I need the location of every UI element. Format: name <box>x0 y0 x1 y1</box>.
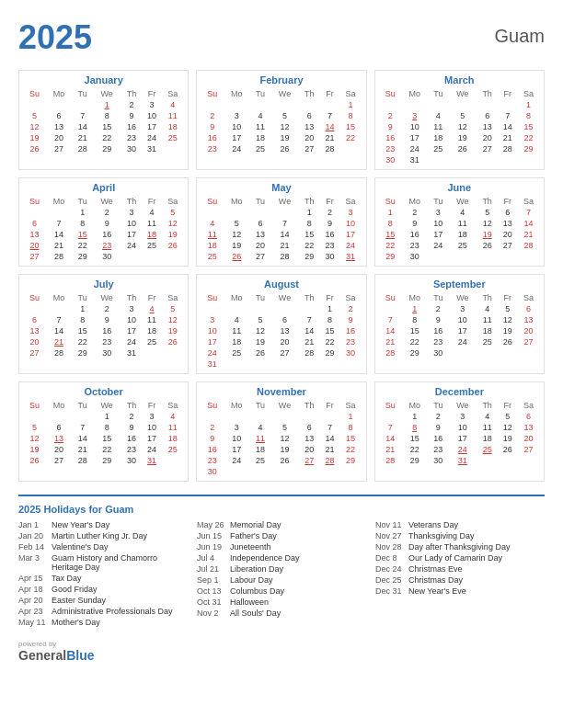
month-block-august: AugustSuMoTuWeThFrSa12345678910111213141… <box>196 274 366 374</box>
cal-day: 19 <box>477 229 499 240</box>
day-header-tu: Tu <box>72 196 93 207</box>
cal-day <box>499 154 517 165</box>
cal-day: 24 <box>201 347 224 358</box>
day-header-we: We <box>271 292 299 303</box>
cal-day <box>477 251 499 262</box>
day-header-fr: Fr <box>320 400 339 411</box>
cal-day: 13 <box>499 218 517 229</box>
cal-day <box>249 99 270 110</box>
cal-day: 12 <box>224 229 249 240</box>
cal-day: 8 <box>379 218 402 229</box>
cal-day: 10 <box>143 422 161 433</box>
cal-day: 29 <box>402 455 428 466</box>
cal-day <box>379 303 402 314</box>
holiday-date: Sep 1 <box>197 575 226 585</box>
cal-day: 20 <box>23 240 46 251</box>
cal-day: 24 <box>121 240 143 251</box>
cal-day: 6 <box>46 110 72 121</box>
cal-day <box>224 411 249 422</box>
powered-by-text: powered by <box>18 640 94 648</box>
holiday-item: Jun 15Father's Day <box>197 531 366 540</box>
holiday-name: Veterans Day <box>408 520 458 529</box>
cal-day: 6 <box>46 422 72 433</box>
cal-day <box>46 303 72 314</box>
cal-day <box>201 303 224 314</box>
holiday-name: Liberation Day <box>230 564 283 574</box>
cal-day: 22 <box>72 336 93 347</box>
cal-day: 31 <box>143 455 161 466</box>
day-header-tu: Tu <box>249 292 270 303</box>
cal-day <box>339 358 362 370</box>
cal-day <box>298 303 320 314</box>
day-header-th: Th <box>298 88 320 99</box>
holiday-name: Our Lady of Camarin Day <box>408 553 502 563</box>
cal-day: 3 <box>143 411 161 422</box>
holiday-date: Dec 25 <box>375 575 405 585</box>
cal-day: 26 <box>499 444 517 455</box>
month-block-november: NovemberSuMoTuWeThFrSa123456789101112131… <box>196 381 366 482</box>
cal-day: 5 <box>161 207 184 218</box>
cal-day <box>271 466 299 477</box>
cal-day: 15 <box>402 433 428 444</box>
day-header-mo: Mo <box>224 196 249 207</box>
cal-day: 19 <box>161 325 184 336</box>
cal-day <box>517 455 540 466</box>
holiday-date: Oct 13 <box>197 586 226 596</box>
cal-day: 11 <box>249 433 270 444</box>
holiday-name: Day after Thanksgiving Day <box>408 542 510 552</box>
day-header-sa: Sa <box>339 400 362 411</box>
cal-day: 12 <box>271 433 299 444</box>
cal-table: SuMoTuWeThFrSa12345678910111213141516171… <box>379 400 540 466</box>
footer: powered by GeneralBlue <box>18 640 545 663</box>
cal-day: 8 <box>339 110 362 121</box>
cal-day: 4 <box>428 110 449 121</box>
day-header-tu: Tu <box>428 88 449 99</box>
cal-day: 11 <box>224 325 249 336</box>
cal-day: 2 <box>93 303 121 314</box>
cal-day: 12 <box>499 422 517 433</box>
cal-day: 19 <box>23 132 46 143</box>
cal-day: 24 <box>428 240 449 251</box>
day-header-we: We <box>449 88 477 99</box>
cal-day: 1 <box>402 303 428 314</box>
cal-day <box>23 99 46 110</box>
cal-table: SuMoTuWeThFrSa12345678910111213141516171… <box>201 292 362 370</box>
cal-day: 8 <box>402 314 428 325</box>
cal-day: 23 <box>379 143 402 154</box>
month-title: March <box>379 74 540 85</box>
holiday-date: Nov 27 <box>375 531 405 540</box>
cal-day: 5 <box>161 303 184 314</box>
cal-day: 24 <box>449 336 477 347</box>
cal-day: 30 <box>93 347 121 358</box>
day-header-tu: Tu <box>428 292 449 303</box>
month-block-december: DecemberSuMoTuWeThFrSa123456789101112131… <box>374 381 545 482</box>
cal-day <box>224 466 249 477</box>
cal-day: 14 <box>517 218 540 229</box>
cal-day: 21 <box>499 132 517 143</box>
cal-day: 30 <box>121 455 143 466</box>
holiday-name: Christmas Eve <box>408 564 463 574</box>
month-title: July <box>23 279 184 290</box>
cal-day: 24 <box>121 336 143 347</box>
cal-day: 12 <box>161 314 184 325</box>
cal-day: 3 <box>143 99 161 110</box>
cal-day: 31 <box>449 455 477 466</box>
cal-day: 13 <box>46 433 72 444</box>
day-header-tu: Tu <box>72 400 93 411</box>
cal-table: SuMoTuWeThFrSa12345678910111213141516171… <box>23 196 184 262</box>
cal-day: 31 <box>339 251 362 262</box>
month-title: October <box>23 386 184 397</box>
day-header-mo: Mo <box>224 88 249 99</box>
holiday-date: Jun 19 <box>197 542 226 552</box>
cal-day: 14 <box>320 433 339 444</box>
cal-day: 13 <box>517 422 540 433</box>
cal-day: 15 <box>298 229 320 240</box>
cal-day <box>224 303 249 314</box>
cal-day: 24 <box>143 444 161 455</box>
cal-day <box>449 99 477 110</box>
cal-day: 23 <box>93 240 121 251</box>
cal-day: 12 <box>499 314 517 325</box>
cal-day: 19 <box>499 325 517 336</box>
cal-day: 26 <box>271 143 299 154</box>
month-title: January <box>23 74 184 85</box>
